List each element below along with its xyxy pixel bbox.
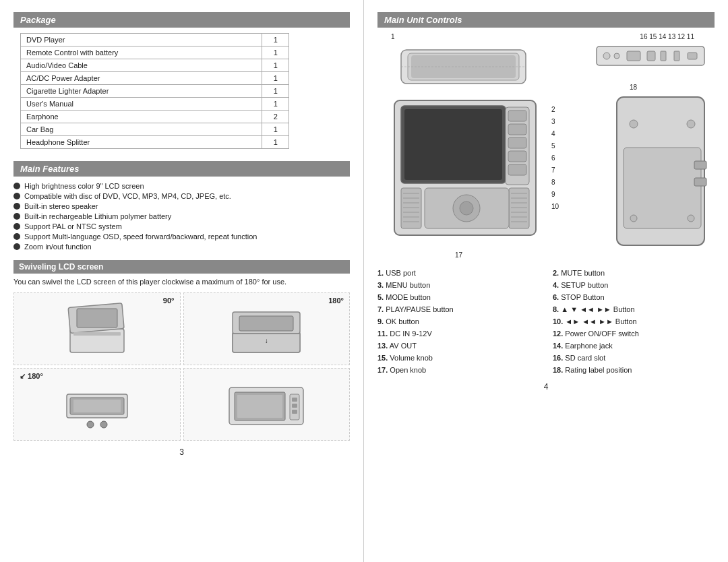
control-num: 18.: [553, 366, 563, 374]
svg-rect-19: [292, 404, 297, 408]
package-item-name: AC/DC Power Adapter: [21, 72, 262, 85]
feature-text: Support Multi-language OSD, speed forwar…: [24, 232, 257, 241]
control-num: 7.: [377, 305, 384, 313]
feature-item: Support Multi-language OSD, speed forwar…: [13, 232, 350, 241]
control-text: USB port: [386, 269, 416, 277]
bullet-icon: [13, 223, 20, 230]
control-text: MODE button: [386, 293, 431, 301]
feature-item: Zoom in/out function: [13, 243, 350, 251]
package-item-name: DVD Player: [21, 34, 262, 46]
features-list: High brightness color 9" LCD screenCompa…: [13, 182, 350, 251]
control-num: 13.: [377, 342, 388, 350]
control-num: 4.: [553, 281, 559, 289]
label-17: 17: [455, 251, 462, 259]
control-text: Open knob: [390, 366, 426, 374]
control-text: ◄► ◄◄ ►► Button: [565, 317, 636, 325]
feature-item: Built-in stereo speaker: [13, 202, 350, 210]
control-item: 6. STOP Button: [553, 292, 715, 303]
angle-180-top: 180°: [328, 296, 344, 305]
control-text: DC IN 9-12V: [390, 330, 431, 338]
control-text: Rating label position: [565, 366, 632, 374]
num-label-1: 1: [391, 33, 395, 40]
control-item: 12. Power ON/OFF switch: [553, 328, 715, 339]
feature-item: Built-in rechargeable Lithium polymer ba…: [13, 212, 350, 220]
feature-text: Compatible with disc of DVD, VCD, MP3, M…: [24, 192, 231, 200]
control-text: Volume knob: [390, 354, 433, 362]
package-header: Package: [13, 12, 350, 28]
svg-rect-30: [661, 51, 666, 61]
svg-rect-44: [509, 188, 529, 228]
control-item: 13. AV OUT: [377, 340, 539, 351]
feature-text: Built-in stereo speaker: [24, 202, 98, 210]
package-item-qty: 1: [262, 46, 289, 59]
device-diagram-area: 1 16 15 14 13 12 11 18: [377, 33, 715, 262]
bullet-icon: [13, 203, 20, 210]
control-num: 15.: [377, 354, 388, 362]
control-text: Power ON/OFF switch: [565, 330, 638, 338]
control-item: 15. Volume knob: [377, 352, 539, 363]
svg-rect-56: [508, 137, 526, 148]
svg-rect-69: [694, 178, 706, 186]
package-table: DVD Player1Remote Control with battery1A…: [20, 33, 289, 149]
feature-text: Support PAL or NTSC system: [24, 222, 122, 230]
right-page: Main Unit Controls 1 16 15 14 13 12 11 1…: [364, 0, 728, 562]
bullet-icon: [13, 243, 20, 250]
svg-rect-58: [508, 164, 526, 175]
control-item: 14. Earphone jack: [553, 340, 715, 351]
svg-rect-11: [73, 400, 121, 412]
svg-rect-32: [688, 53, 697, 59]
package-row: User's Manual1: [21, 98, 289, 111]
control-num: 9.: [377, 317, 384, 325]
control-item: 1. USB port: [377, 268, 539, 278]
package-item-name: Earphone: [21, 111, 262, 123]
swivel-cell-flat: [183, 368, 351, 441]
control-num: 8.: [553, 305, 559, 313]
bullet-icon: [13, 233, 20, 240]
package-item-qty: 2: [262, 111, 289, 123]
control-num: 17.: [377, 366, 388, 374]
svg-point-61: [460, 201, 473, 215]
control-num: 14.: [553, 342, 563, 350]
svg-rect-7: [239, 316, 293, 331]
svg-rect-2: [77, 309, 117, 327]
feature-item: Support PAL or NTSC system: [13, 222, 350, 230]
package-item-qty: 1: [262, 85, 289, 98]
control-item: 9. OK button: [377, 316, 539, 327]
feature-text: High brightness color 9" LCD screen: [24, 182, 144, 190]
bullet-icon: [13, 193, 20, 199]
side-labels: 2 3 4 5 6 7 8 9 10: [551, 104, 559, 213]
swivel-cell-90: 90°: [13, 292, 181, 365]
package-item-qty: 1: [262, 59, 289, 72]
svg-rect-28: [627, 51, 640, 61]
control-item: 8. ▲ ▼ ◄◄ ►► Button: [553, 304, 715, 315]
package-row: Remote Control with battery1: [21, 46, 289, 59]
controls-header: Main Unit Controls: [377, 12, 715, 28]
control-num: 6.: [553, 293, 559, 301]
svg-point-13: [100, 421, 107, 428]
control-num: 3.: [377, 281, 384, 289]
svg-rect-68: [694, 161, 706, 169]
controls-list: 1. USB port2. MUTE button3. MENU button4…: [377, 268, 715, 375]
page-number-left: 3: [13, 447, 350, 457]
control-item: 3. MENU button: [377, 280, 539, 290]
control-num: 1.: [377, 269, 384, 277]
swivel-cell-180-bottom: ↙ 180°: [13, 368, 181, 441]
svg-point-27: [614, 53, 619, 59]
svg-point-12: [87, 421, 94, 428]
package-row: Headphone Splitter1: [21, 136, 289, 149]
package-item-qty: 1: [262, 34, 289, 46]
control-item: 16. SD card slot: [553, 352, 715, 363]
feature-item: Compatible with disc of DVD, VCD, MP3, M…: [13, 192, 350, 200]
svg-point-67: [688, 215, 694, 222]
svg-rect-3: [73, 332, 121, 336]
angle-arrow: ↙ 180°: [20, 372, 43, 381]
svg-point-64: [630, 120, 638, 128]
features-header: Main Features: [13, 161, 350, 177]
control-num: 12.: [553, 330, 563, 338]
feature-item: High brightness color 9" LCD screen: [13, 182, 350, 190]
package-item-name: Cigarette Lighter Adapter: [21, 85, 262, 98]
left-page: Package DVD Player1Remote Control with b…: [0, 0, 364, 562]
package-item-name: Car Bag: [21, 123, 262, 136]
feature-text: Zoom in/out function: [24, 243, 92, 251]
control-text: Earphone jack: [565, 342, 612, 350]
